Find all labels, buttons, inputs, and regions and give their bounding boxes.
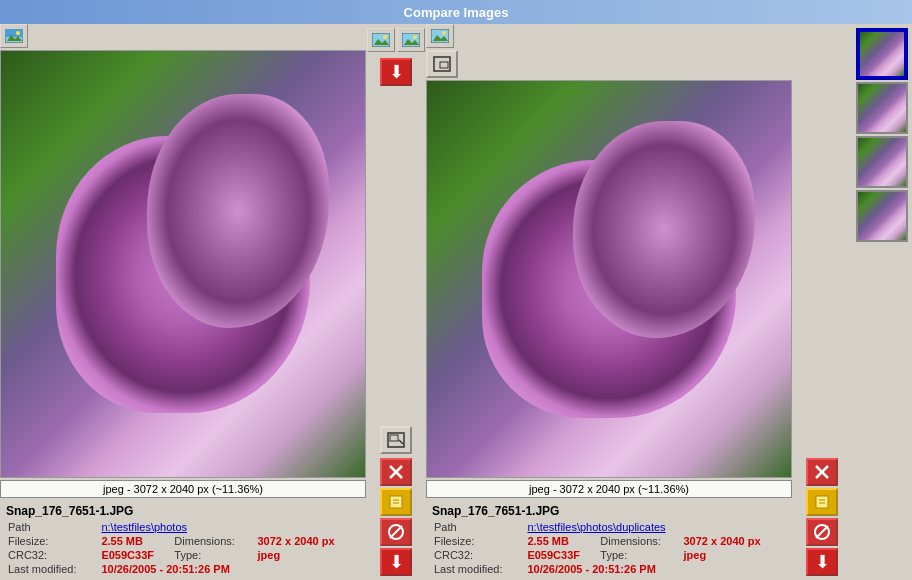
right-view-icon[interactable] xyxy=(397,28,425,52)
right-dimensions-value: 3072 x 2040 px xyxy=(683,535,760,547)
delete-right-btn[interactable] xyxy=(806,458,838,486)
left-panel: jpeg - 3072 x 2040 px (~11.36%) Snap_176… xyxy=(0,24,366,580)
left-dimensions-value: 3072 x 2040 px xyxy=(257,535,334,547)
right-path-label: Path xyxy=(432,520,525,534)
left-crc-value: E059C33F xyxy=(101,549,154,561)
right-path-value[interactable]: n:\testfiles\photos\duplicates xyxy=(527,521,665,533)
thumbnail-1[interactable] xyxy=(856,28,908,80)
middle-controls: ⬇ xyxy=(366,24,426,580)
right-crc-label: CRC32: xyxy=(432,548,525,562)
left-image xyxy=(0,50,366,478)
right-top-icons xyxy=(426,24,792,48)
title-bar: Compare Images xyxy=(0,0,912,24)
left-modified-value: 10/26/2005 - 20:51:26 PM xyxy=(101,563,229,575)
svg-point-9 xyxy=(413,35,417,39)
svg-point-22 xyxy=(442,31,446,35)
right-type-value: jpeg xyxy=(683,549,706,561)
svg-point-3 xyxy=(16,31,20,35)
right-filename: Snap_176_7651-1.JPG xyxy=(432,504,786,518)
left-path-value[interactable]: n:\testfiles\photos xyxy=(101,521,187,533)
right-type-label: Type: xyxy=(598,548,681,562)
sidebar-thumbnails xyxy=(852,24,912,580)
action-down-btn[interactable]: ⬇ xyxy=(380,548,412,576)
mark-left-btn[interactable] xyxy=(380,488,412,516)
right-modified-label: Last modified: xyxy=(432,562,525,576)
right-dimensions-label: Dimensions: xyxy=(598,534,681,548)
right-orchid-photo xyxy=(427,81,791,477)
svg-line-12 xyxy=(399,440,403,444)
left-file-info: Snap_176_7651-1.JPG Path n:\testfiles\ph… xyxy=(0,500,366,580)
right-crc-value: E059C33F xyxy=(527,549,580,561)
left-type-value: jpeg xyxy=(257,549,280,561)
svg-rect-24 xyxy=(440,62,448,68)
left-dimensions-label: Dimensions: xyxy=(172,534,255,548)
svg-point-6 xyxy=(383,35,387,39)
left-view-icon[interactable] xyxy=(367,28,395,52)
left-crc-label: CRC32: xyxy=(6,548,99,562)
left-type-label: Type: xyxy=(172,548,255,562)
left-image-icon-1[interactable] xyxy=(0,24,28,48)
move-down-red-btn[interactable]: ⬇ xyxy=(380,58,412,86)
svg-line-31 xyxy=(816,526,828,538)
block-right-btn[interactable] xyxy=(806,518,838,546)
right-zoom-btn[interactable] xyxy=(426,50,458,78)
thumbnail-4[interactable] xyxy=(856,190,908,242)
svg-rect-1 xyxy=(5,29,23,37)
thumbnail-3[interactable] xyxy=(856,136,908,188)
left-filesize-label: Filesize: xyxy=(6,534,99,548)
svg-rect-27 xyxy=(816,496,828,508)
thumbnail-2[interactable] xyxy=(856,82,908,134)
right-modified-value: 10/26/2005 - 20:51:26 PM xyxy=(527,563,655,575)
block-left-btn[interactable] xyxy=(380,518,412,546)
svg-rect-11 xyxy=(390,435,398,441)
right-file-info: Snap_176_7651-1.JPG Path n:\testfiles\ph… xyxy=(426,500,792,580)
right-filesize-label: Filesize: xyxy=(432,534,525,548)
left-filesize-value: 2.55 MB xyxy=(101,535,143,547)
mark-right-btn[interactable] xyxy=(806,488,838,516)
right-image-info: jpeg - 3072 x 2040 px (~11.36%) xyxy=(426,480,792,498)
right-panel: jpeg - 3072 x 2040 px (~11.36%) Snap_176… xyxy=(426,24,792,580)
right-image xyxy=(426,80,792,478)
left-top-icons xyxy=(0,24,366,48)
svg-rect-15 xyxy=(390,496,402,508)
action-down-right-btn[interactable]: ⬇ xyxy=(806,548,838,576)
right-image-icon-1[interactable] xyxy=(426,24,454,48)
left-orchid-photo xyxy=(1,51,365,477)
left-filename: Snap_176_7651-1.JPG xyxy=(6,504,360,518)
left-zoom-btn[interactable] xyxy=(380,426,412,454)
delete-left-btn[interactable] xyxy=(380,458,412,486)
right-action-controls: ⬇ xyxy=(792,24,852,580)
left-path-label: Path xyxy=(6,520,99,534)
window-title: Compare Images xyxy=(404,5,509,20)
left-modified-label: Last modified: xyxy=(6,562,99,576)
left-image-info: jpeg - 3072 x 2040 px (~11.36%) xyxy=(0,480,366,498)
right-filesize-value: 2.55 MB xyxy=(527,535,569,547)
svg-line-19 xyxy=(390,526,402,538)
